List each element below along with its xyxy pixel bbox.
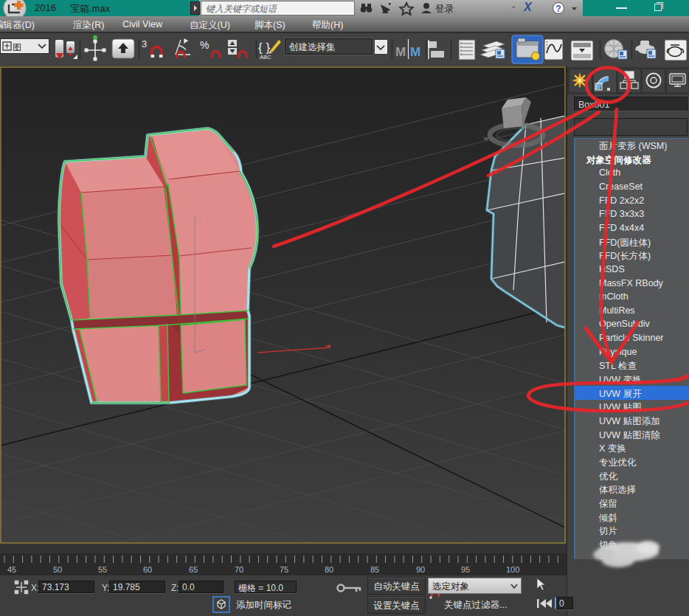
svg-text:%: %: [200, 39, 209, 51]
svg-text:{ }: { }: [258, 41, 270, 55]
svg-text:ABC: ABC: [260, 54, 271, 60]
svg-text:M: M: [410, 45, 420, 59]
svg-text:M: M: [395, 45, 406, 59]
svg-text:W: W: [484, 136, 488, 141]
svg-text:S: S: [544, 142, 547, 146]
svg-text:3: 3: [142, 38, 147, 49]
svg-text:Z: Z: [198, 215, 201, 222]
